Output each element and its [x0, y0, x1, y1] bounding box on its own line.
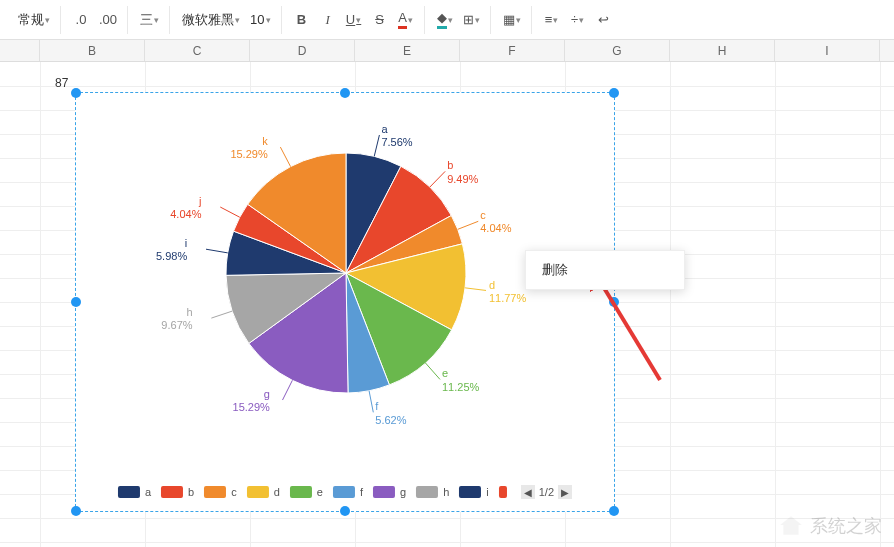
- border-icon: ⊞: [463, 12, 474, 27]
- spreadsheet-grid[interactable]: B C D E F G H I 87 a7.56%b: [0, 40, 894, 547]
- svg-line-9: [220, 207, 239, 217]
- slice-label: h9.67%: [161, 306, 192, 332]
- legend-item[interactable]: e: [290, 486, 323, 498]
- legend-prev-button[interactable]: ◀: [521, 485, 535, 499]
- legend-item[interactable]: c: [204, 486, 237, 498]
- merge-icon: ▦: [503, 12, 515, 27]
- legend-item[interactable]: a: [118, 486, 151, 498]
- resize-handle[interactable]: [71, 297, 81, 307]
- svg-line-3: [465, 288, 486, 291]
- chart-object[interactable]: a7.56%b9.49%c4.04%d11.77%e11.25%f5.62%g1…: [75, 92, 615, 512]
- svg-line-10: [280, 147, 290, 167]
- svg-line-7: [211, 311, 232, 318]
- number-format-dropdown[interactable]: 常规▾: [14, 8, 54, 32]
- resize-handle[interactable]: [71, 88, 81, 98]
- resize-handle[interactable]: [71, 506, 81, 516]
- svg-line-0: [374, 135, 379, 156]
- context-menu: 删除: [525, 250, 685, 290]
- svg-line-1: [430, 171, 445, 187]
- font-color-button[interactable]: A▾: [394, 8, 418, 32]
- wrap-icon: ↩: [598, 12, 609, 27]
- slice-label: i5.98%: [156, 237, 187, 263]
- fill-color-button[interactable]: ◆▾: [433, 8, 457, 32]
- underline-button[interactable]: U▾: [342, 8, 366, 32]
- slice-label: k15.29%: [230, 135, 267, 161]
- legend-item[interactable]: i: [459, 486, 488, 498]
- svg-line-8: [206, 249, 228, 253]
- vertical-align-button[interactable]: ÷▾: [566, 8, 590, 32]
- col-header[interactable]: F: [460, 40, 565, 61]
- resize-handle[interactable]: [609, 297, 619, 307]
- watermark: 系统之家: [778, 513, 882, 539]
- bold-button[interactable]: B: [290, 8, 314, 32]
- legend-item[interactable]: d: [247, 486, 280, 498]
- col-header[interactable]: I: [775, 40, 880, 61]
- legend-item[interactable]: h: [416, 486, 449, 498]
- legend-page: 1/2: [539, 486, 554, 498]
- valign-icon: ÷: [571, 12, 578, 27]
- resize-handle[interactable]: [609, 88, 619, 98]
- borders-button[interactable]: ⊞▾: [459, 8, 484, 32]
- svg-line-6: [283, 380, 293, 400]
- resize-handle[interactable]: [340, 506, 350, 516]
- svg-line-4: [425, 363, 440, 379]
- col-header[interactable]: H: [670, 40, 775, 61]
- legend-item[interactable]: f: [333, 486, 363, 498]
- merge-cells-button[interactable]: ▦▾: [499, 8, 525, 32]
- col-header[interactable]: B: [40, 40, 145, 61]
- svg-line-5: [369, 391, 373, 413]
- slice-label: c4.04%: [480, 209, 511, 235]
- column-headers: B C D E F G H I: [0, 40, 894, 62]
- slice-label: b9.49%: [447, 159, 478, 185]
- legend-next-button[interactable]: ▶: [558, 485, 572, 499]
- col-header[interactable]: D: [250, 40, 355, 61]
- house-icon: [778, 513, 804, 539]
- col-header[interactable]: G: [565, 40, 670, 61]
- slice-label: j4.04%: [170, 195, 201, 221]
- legend-item[interactable]: g: [373, 486, 406, 498]
- slice-label: d11.77%: [489, 279, 526, 305]
- anchor-cell-label: 87: [55, 76, 68, 90]
- slice-label: e11.25%: [442, 367, 479, 393]
- resize-handle[interactable]: [340, 88, 350, 98]
- font-size-dropdown[interactable]: 10▾: [246, 8, 274, 32]
- wrap-text-button[interactable]: ↩: [592, 8, 616, 32]
- format-style-dropdown[interactable]: 三▾: [136, 8, 163, 32]
- resize-handle[interactable]: [609, 506, 619, 516]
- col-header[interactable]: E: [355, 40, 460, 61]
- font-family-dropdown[interactable]: 微软雅黑▾: [178, 8, 244, 32]
- formatting-toolbar: 常规▾ .0 .00 三▾ 微软雅黑▾ 10▾ B I U▾ S A▾ ◆▾ ⊞…: [0, 0, 894, 40]
- slice-label: a7.56%: [381, 123, 412, 149]
- legend-item[interactable]: [499, 486, 507, 498]
- chart-legend[interactable]: abcdefghi◀1/2▶: [118, 485, 572, 499]
- col-header[interactable]: C: [145, 40, 250, 61]
- legend-item[interactable]: b: [161, 486, 194, 498]
- slice-label: f5.62%: [375, 400, 406, 426]
- delete-menu-item[interactable]: 删除: [526, 253, 684, 287]
- increase-decimal-button[interactable]: .00: [95, 8, 121, 32]
- strikethrough-button[interactable]: S: [368, 8, 392, 32]
- horizontal-align-button[interactable]: ≡▾: [540, 8, 564, 32]
- svg-line-2: [458, 221, 478, 229]
- slice-label: g15.29%: [233, 388, 270, 414]
- italic-button[interactable]: I: [316, 8, 340, 32]
- decrease-decimal-button[interactable]: .0: [69, 8, 93, 32]
- paint-bucket-icon: ◆: [437, 10, 447, 29]
- align-icon: ≡: [545, 12, 553, 27]
